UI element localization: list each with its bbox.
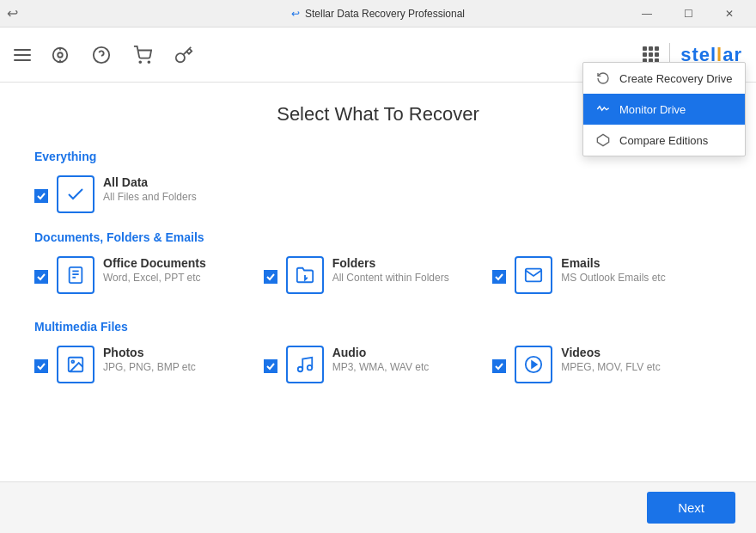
folders-checkbox[interactable]	[264, 270, 277, 284]
folders-name: Folders	[332, 256, 449, 270]
office-docs-item: Office Documents Word, Excel, PPT etc	[34, 256, 264, 294]
videos-desc: MPEG, MOV, FLV etc	[561, 361, 660, 373]
photos-item: Photos JPG, PNG, BMP etc	[34, 346, 264, 383]
photos-name: Photos	[103, 346, 196, 359]
photos-text: Photos JPG, PNG, BMP etc	[103, 346, 196, 373]
all-data-icon	[57, 175, 94, 213]
emails-icon	[515, 256, 552, 294]
folders-icon	[286, 256, 324, 294]
compare-editions-label: Compare Editions	[619, 134, 708, 147]
cart-icon[interactable]	[131, 43, 155, 67]
next-button[interactable]: Next	[647, 492, 735, 524]
multimedia-label: Multimedia Files	[34, 320, 722, 334]
audio-text: Audio MP3, WMA, WAV etc	[332, 346, 430, 373]
monitor-icon[interactable]	[48, 43, 72, 67]
emails-desc: MS Outlook Emails etc	[561, 272, 665, 284]
svg-point-14	[71, 360, 74, 363]
svg-marker-19	[597, 134, 608, 145]
title-bar-left: ↩	[7, 5, 18, 21]
documents-grid: Office Documents Word, Excel, PPT etc Fo…	[34, 256, 722, 303]
title-bar-controls: — ☐ ✕	[627, 0, 749, 28]
svg-marker-18	[532, 361, 537, 367]
folders-desc: All Content within Folders	[332, 272, 449, 284]
office-docs-name: Office Documents	[103, 256, 206, 270]
audio-desc: MP3, WMA, WAV etc	[332, 361, 430, 373]
all-data-text: All Data All Files and Folders	[103, 175, 197, 203]
dropdown-menu: Create Recovery Drive Monitor Drive Comp…	[582, 62, 746, 156]
toolbar-left	[14, 43, 196, 67]
videos-text: Videos MPEG, MOV, FLV etc	[561, 346, 660, 373]
monitor-drive-label: Monitor Drive	[619, 103, 686, 116]
emails-checkbox[interactable]	[492, 270, 506, 284]
recovery-drive-label: Create Recovery Drive	[619, 72, 733, 85]
audio-item: Audio MP3, WMA, WAV etc	[264, 346, 493, 383]
videos-item: Videos MPEG, MOV, FLV etc	[492, 346, 722, 383]
folders-text: Folders All Content within Folders	[332, 256, 449, 284]
all-data-desc: All Files and Folders	[103, 191, 197, 203]
all-data-name: All Data	[103, 175, 197, 189]
close-button[interactable]: ✕	[710, 0, 749, 28]
section-everything: Everything All Data All Files and Folder…	[34, 150, 722, 213]
svg-point-6	[139, 61, 141, 63]
photos-checkbox[interactable]	[34, 359, 48, 373]
audio-name: Audio	[332, 346, 430, 359]
recovery-drive-icon	[595, 71, 611, 85]
videos-checkbox[interactable]	[492, 359, 506, 373]
hamburger-icon[interactable]	[14, 49, 31, 61]
monitor-drive-icon	[595, 102, 611, 116]
app-icon-small: ↩	[291, 8, 300, 20]
multimedia-grid: Photos JPG, PNG, BMP etc Audio	[34, 346, 722, 392]
audio-icon	[286, 346, 324, 383]
back-icon: ↩	[7, 5, 18, 21]
section-multimedia: Multimedia Files Photos JPG, PNG, BMP et…	[34, 320, 722, 392]
photos-icon	[57, 346, 94, 383]
svg-point-15	[297, 367, 302, 372]
minimize-button[interactable]: —	[627, 0, 667, 28]
dropdown-item-compare-editions[interactable]: Compare Editions	[583, 125, 745, 156]
videos-icon	[515, 346, 552, 383]
emails-item: Emails MS Outlook Emails etc	[492, 256, 722, 294]
videos-name: Videos	[561, 346, 660, 359]
svg-point-7	[148, 61, 149, 63]
title-bar-center: ↩ Stellar Data Recovery Professional	[291, 8, 465, 20]
photos-desc: JPG, PNG, BMP etc	[103, 361, 196, 373]
maximize-button[interactable]: ☐	[668, 0, 708, 28]
key-icon[interactable]	[172, 43, 196, 67]
help-icon[interactable]	[89, 43, 113, 67]
footer: Next	[0, 481, 756, 533]
office-docs-checkbox[interactable]	[34, 270, 48, 284]
dropdown-item-recovery-drive[interactable]: Create Recovery Drive	[583, 63, 745, 94]
app-title: Stellar Data Recovery Professional	[305, 8, 465, 20]
svg-point-16	[307, 365, 312, 371]
apps-icon[interactable]	[643, 46, 659, 63]
compare-editions-icon	[595, 133, 611, 147]
all-data-item: All Data All Files and Folders	[34, 175, 722, 213]
dropdown-item-monitor-drive[interactable]: Monitor Drive	[583, 94, 745, 125]
folders-item: Folders All Content within Folders	[264, 256, 493, 294]
office-docs-desc: Word, Excel, PPT etc	[103, 272, 206, 284]
office-docs-icon	[57, 256, 94, 294]
emails-text: Emails MS Outlook Emails etc	[561, 256, 665, 284]
documents-label: Documents, Folders & Emails	[34, 230, 722, 244]
office-docs-text: Office Documents Word, Excel, PPT etc	[103, 256, 206, 284]
svg-point-1	[58, 52, 63, 58]
audio-checkbox[interactable]	[264, 359, 277, 373]
emails-name: Emails	[561, 256, 665, 270]
section-documents: Documents, Folders & Emails Office Docum…	[34, 230, 722, 303]
all-data-checkbox[interactable]	[34, 189, 48, 203]
title-bar: ↩ ↩ Stellar Data Recovery Professional —…	[0, 0, 756, 28]
